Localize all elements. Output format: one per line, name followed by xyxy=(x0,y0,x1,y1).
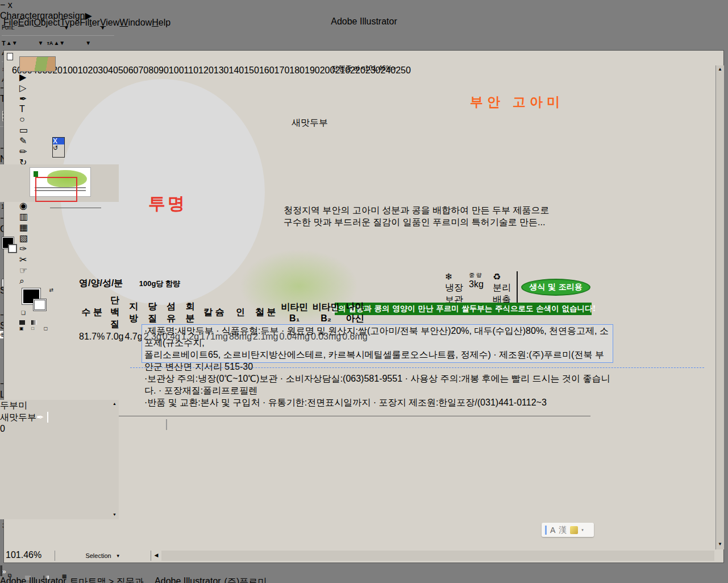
ime-mode-english[interactable]: A xyxy=(550,526,555,535)
product-info-line: ·제품명:새맛두부 · 식품유형:두부 · 원료명 및 원산지:쌀(고아미/전북… xyxy=(144,325,610,349)
menu-filter[interactable]: Filter xyxy=(80,18,100,27)
ruler-origin-box[interactable] xyxy=(5,65,12,73)
ime-language-bar[interactable]: A 漢 ▾ xyxy=(542,523,594,537)
chevron-down-icon: ▼ xyxy=(116,553,120,559)
horizontal-scrollbar[interactable] xyxy=(161,551,714,561)
ime-options-icon[interactable]: ▾ xyxy=(581,528,584,532)
eyedropper-tool[interactable]: ✑ xyxy=(19,243,56,254)
statusbar-mode-dropdown[interactable]: Selection▼ xyxy=(55,551,151,561)
document-icon xyxy=(7,53,13,60)
menu-edit[interactable]: Edit xyxy=(18,18,34,27)
zoom-tool[interactable]: ⌕ xyxy=(19,276,56,286)
selection-tool[interactable]: ▶ xyxy=(19,72,56,82)
scissors-tool[interactable]: ✂ xyxy=(19,254,56,265)
pencil-tool[interactable]: ✏ xyxy=(19,146,56,157)
layer-row-새맛두부[interactable]: 새맛두부✒ xyxy=(0,412,119,424)
default-fill-stroke-icon[interactable]: ❏ xyxy=(21,310,26,316)
scroll-up-button[interactable]: ▲ xyxy=(716,65,724,75)
scroll-down-button[interactable]: ▼ xyxy=(716,540,724,549)
gradient-mode-button[interactable] xyxy=(31,317,43,326)
rectangle-tool[interactable]: ▭ xyxy=(19,125,56,135)
navigator-viewbox[interactable] xyxy=(35,177,77,202)
fullscreen-menu-button[interactable]: □ xyxy=(31,326,43,334)
gradient-tool[interactable]: ▧ xyxy=(19,233,56,243)
swap-fill-stroke-icon[interactable]: ⇄ xyxy=(49,287,53,293)
transparent-label[interactable]: 투명 xyxy=(148,192,187,216)
region-tag-text[interactable]: 부안 고아미 xyxy=(470,93,564,111)
type-tool[interactable]: T xyxy=(19,104,56,114)
recycle-mark: ♻ 분리배출 xyxy=(493,271,517,306)
taskbar-button--주-푸르미[interactable]: (주)푸르미 xyxy=(224,576,267,583)
ime-tools-icon[interactable] xyxy=(570,526,578,534)
standard-screen-button[interactable]: ▣ xyxy=(19,326,31,334)
font-size-field[interactable] xyxy=(18,39,38,47)
selection-chip xyxy=(47,412,48,423)
menu-object[interactable]: Object xyxy=(34,18,60,27)
paintbrush-tool[interactable]: ✎ xyxy=(19,135,56,146)
taskbar-button-adobe-illustrator[interactable]: Adobe Illustrator xyxy=(0,576,66,583)
nutrition-header: 단백질 xyxy=(106,295,123,330)
doc-minimize-button[interactable] xyxy=(682,53,691,62)
leading-field[interactable] xyxy=(65,39,85,47)
taskbar-button-토마토맥-질문과-[interactable]: 토마토맥 > 질문과... xyxy=(70,576,152,583)
scrollbar-thumb[interactable] xyxy=(716,75,724,98)
fullscreen-button[interactable]: ▢ xyxy=(44,326,56,334)
product-info-line: 폴리소르베이트65, 소르비탄지방산에스테르, 카르복시메틸셀룰로오스나트륨, … xyxy=(144,349,610,373)
slogan-banner[interactable]: 쌀의 열량과 콩의 영양이 만난 푸르미 쌀두부는 주식으로도 손색이 없습니다… xyxy=(335,303,592,315)
app-titlebar-tab[interactable] xyxy=(6,4,55,16)
leading-stepper[interactable]: ▲▼ xyxy=(53,40,65,46)
layer-row-0[interactable]: 0 xyxy=(0,424,119,434)
recycle-icon: ♻ xyxy=(493,271,517,282)
packaging-icons[interactable]: ❄ 냉장보관 중 량 3kg ♻ 분리배출 xyxy=(445,271,518,306)
color-bar-swatch[interactable] xyxy=(166,419,167,430)
scroll-up-button[interactable]: ▲ xyxy=(111,400,118,408)
chevron-down-icon[interactable]: ▼ xyxy=(38,40,44,46)
product-title-text[interactable]: 새맛두부 xyxy=(292,117,328,129)
usage-badge[interactable]: 생식 및 조리용 xyxy=(521,279,590,296)
font-size-stepper[interactable]: ▲▼ xyxy=(6,40,18,46)
product-description-text[interactable]: 청정지역 부안의 고아미 성분과 콩을 배합하여 만든 두부 제품으로 구수한 … xyxy=(284,205,602,229)
taskbar-button-label: (주)푸르미 xyxy=(224,577,267,583)
fill-stroke-control[interactable]: ⇄ ❏ xyxy=(19,286,56,317)
fill-stroke-indicator[interactable] xyxy=(1,236,22,277)
stroke-color-box[interactable] xyxy=(33,299,47,311)
scroll-down-button[interactable]: ▼ xyxy=(111,511,118,519)
layer-name: 0 xyxy=(0,424,5,433)
menu-window[interactable]: Window xyxy=(119,18,152,27)
statusbar-zoom-field[interactable]: 101.46% xyxy=(6,551,55,561)
document-titlebar[interactable]: 진행중.ai <101,46%> xyxy=(5,51,723,64)
ime-mode-hanja[interactable]: 漢 xyxy=(559,525,567,535)
chevron-down-icon[interactable]: ▼ xyxy=(85,40,91,46)
gradient-mesh-tool[interactable]: ▦ xyxy=(19,222,56,233)
pen-tool[interactable]: ✒ xyxy=(19,93,56,104)
layers-palette: − x LayersActionsLinks▶ ▲ ▼ 두부미새맛두부✒0 3 … xyxy=(0,379,119,533)
twirl-tool[interactable]: ↺ xyxy=(53,144,64,157)
layer-name: 새맛두부 xyxy=(0,412,36,422)
navigator-preview[interactable] xyxy=(0,164,119,202)
color-mode-button[interactable] xyxy=(19,317,31,326)
print-color-bar[interactable] xyxy=(166,420,509,436)
doc-close-button[interactable] xyxy=(706,53,715,62)
taskbar-button-adobe-illustrator[interactable]: Adobe Illustrator xyxy=(155,576,221,583)
scroll-left-button[interactable]: ◀ xyxy=(151,551,161,561)
graph-tool[interactable]: ▥ xyxy=(19,211,56,222)
direct-selection-tool[interactable]: ▷ xyxy=(19,82,56,93)
layer-row-두부미[interactable]: 두부미 xyxy=(0,400,119,412)
doc-maximize-button[interactable] xyxy=(694,53,703,62)
vertical-scrollbar[interactable]: ▲ ▼ xyxy=(715,65,724,549)
horizontal-ruler[interactable]: 6050403020100102030405060708090100110120… xyxy=(12,65,715,73)
product-info-textblock[interactable]: ·제품명:새맛두부 · 식품유형:두부 · 원료명 및 원산지:쌀(고아미/전북… xyxy=(142,324,613,363)
menu-type[interactable]: Type xyxy=(60,18,80,27)
menu-view[interactable]: View xyxy=(100,18,119,27)
menu-help[interactable]: Help xyxy=(152,18,170,27)
tearoff-close-button[interactable]: x xyxy=(53,138,64,144)
snowflake-icon: ❄ xyxy=(445,271,469,282)
ellipse-tool[interactable]: ○ xyxy=(19,114,56,125)
zoom-slider[interactable] xyxy=(49,204,102,212)
hand-tool[interactable]: ☞ xyxy=(19,265,56,276)
quicklaunch-overflow-chevron[interactable]: » xyxy=(2,568,6,576)
ime-grip[interactable] xyxy=(545,526,547,535)
menu-file[interactable]: File xyxy=(3,18,18,27)
nutrition-header: 지 방 xyxy=(125,295,143,330)
none-mode-button[interactable] xyxy=(44,317,56,326)
